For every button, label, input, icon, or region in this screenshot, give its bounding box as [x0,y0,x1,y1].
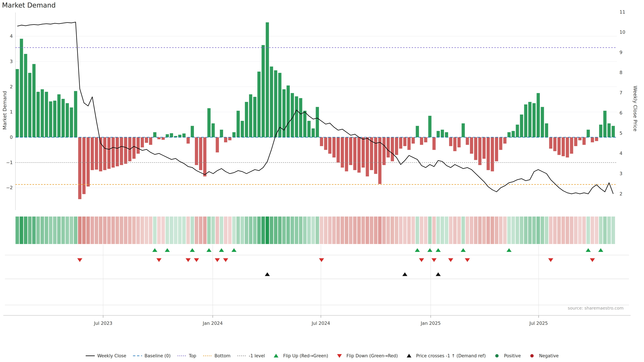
heatmap-cell [153,217,157,244]
legend-item-label: Top [189,353,196,358]
heatmap-cell [28,217,32,244]
right-tick-label: 11 [620,9,625,14]
demand-bar [453,137,456,151]
flip-down-marker [186,258,191,262]
demand-bar [503,137,506,144]
right-tick-label: 2 [620,191,622,196]
legend-dots-icon [177,353,187,358]
heatmap-cell [182,217,186,244]
demand-bar [216,137,219,152]
flip-down-marker [548,258,553,262]
heatmap-cell [570,217,574,244]
demand-bar [532,103,536,137]
heatmap-cell [278,217,282,244]
demand-bar [591,137,594,142]
heatmap-cell [370,217,373,244]
demand-bar [186,137,190,144]
demand-bar [149,137,152,145]
right-tick-label: 8 [620,70,622,75]
demand-bar [416,126,419,137]
x-tick-label: Jul 2024 [311,321,330,326]
heatmap-cell [303,217,306,244]
heatmap-cell [532,217,536,244]
heatmap-cell [207,217,211,244]
heatmap-cell [403,217,407,244]
demand-bar [420,137,423,145]
heatmap-cell [199,217,202,244]
heatmap-cell [282,217,286,244]
demand-bar [178,135,182,137]
demand-bar [220,130,223,137]
demand-bar [566,137,569,158]
market-demand-chart: 43210−1−2111098765432Jul 2023Jan 2024Jul… [0,0,644,362]
left-tick-label: 0 [10,135,13,140]
demand-bar [558,137,561,155]
demand-bar [249,94,252,137]
heatmap-cell [390,217,394,244]
demand-bar [107,137,110,169]
demand-bar [166,134,169,137]
x-tick-label: Jan 2025 [420,321,441,326]
heatmap-cell [353,217,356,244]
demand-bar [86,137,90,187]
flip-up-marker [415,248,420,252]
demand-bar [316,107,319,137]
demand-bar [366,137,369,176]
left-tick-label: 2 [10,84,13,89]
heatmap-cell [366,217,369,244]
heatmap-cell [349,217,352,244]
demand-bar [270,66,273,137]
flip-down-marker [319,258,324,262]
heatmap-cell [145,217,148,244]
demand-bar [320,137,323,146]
legend-dash-icon [133,353,142,358]
demand-bar [28,73,31,137]
demand-bar [358,137,360,173]
demand-bar [599,125,602,137]
demand-bar [612,126,615,137]
demand-bar [432,137,436,150]
demand-bar [232,132,236,137]
heatmap-cell [253,217,256,244]
demand-bar [462,123,465,137]
heatmap-cell [178,217,182,244]
flip-up-marker [506,248,512,252]
heatmap-cell [436,217,440,244]
heatmap-cell [490,217,494,244]
demand-bar [332,137,336,158]
heatmap-cell [262,217,265,244]
figure: Market Demand Market Demand Weekly Close… [0,0,644,362]
left-tick-label: 3 [10,59,13,64]
demand-bar [574,137,577,146]
demand-bar [74,91,77,137]
demand-bar [412,137,415,144]
heatmap-cell [553,217,556,244]
heatmap-cell [378,217,382,244]
legend-item-label: Bottom [214,353,230,358]
heatmap-cell [428,217,432,244]
heatmap-cell [512,217,515,244]
heatmap-cell [507,217,511,244]
legend-item: Baseline (0) [133,353,170,358]
demand-bar [162,137,165,140]
demand-bar [549,137,552,149]
flip-down-marker [223,258,228,262]
demand-bar [32,64,36,137]
heatmap-cell [286,217,290,244]
demand-bar [562,137,565,156]
demand-bar [603,111,606,137]
heatmap-cell [495,217,498,244]
heatmap-cell [586,217,590,244]
flip-down-marker [590,258,595,262]
demand-bar [428,116,432,137]
heatmap-cell [299,217,302,244]
heatmap-cell [90,217,94,244]
demand-bar [324,137,327,150]
demand-bar [495,137,498,161]
heatmap-cell [257,217,261,244]
left-tick-label: −1 [6,160,13,165]
demand-bar [595,137,598,141]
demand-bar [170,133,173,137]
heatmap-cell [49,217,52,244]
flip-down-marker [156,258,162,262]
